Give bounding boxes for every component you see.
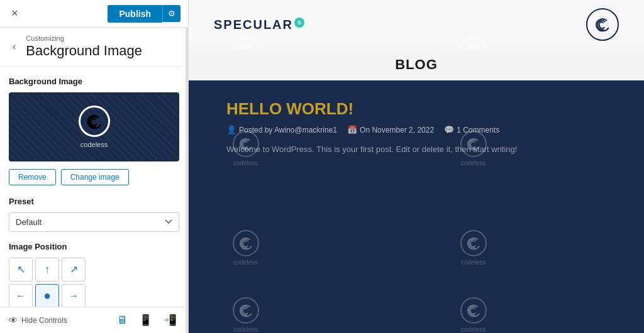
image-position-label: Image Position — [9, 242, 179, 251]
breadcrumb: ‹ Customizing Background Image — [0, 28, 188, 67]
position-top-center[interactable]: ↑ — [35, 258, 59, 281]
blog-title: BLOG — [395, 57, 438, 73]
comment-icon: 💬 — [444, 125, 454, 134]
hide-controls[interactable]: 👁 Hide Controls — [9, 315, 67, 325]
position-mid-center[interactable]: ● — [35, 284, 59, 307]
top-bar: × Publish ⚙ — [0, 0, 188, 28]
post-date: On November 2, 2022 — [360, 126, 434, 134]
remove-button[interactable]: Remove — [9, 169, 56, 185]
publish-button[interactable]: Publish — [108, 5, 162, 23]
back-button[interactable]: ‹ — [9, 40, 19, 53]
position-mid-right[interactable]: → — [62, 284, 86, 307]
image-preview: codeless — [9, 92, 179, 161]
post-area: HELLO WORLD! 👤 Posted by Awino@mackrine1… — [189, 80, 644, 333]
preset-select[interactable]: Default Cover Contain Repeat No Repeat — [9, 212, 179, 232]
site-badge: S — [294, 18, 304, 28]
hide-controls-label: Hide Controls — [21, 316, 67, 325]
preset-label: Preset — [9, 197, 179, 206]
change-image-button[interactable]: Change image — [61, 169, 129, 185]
section-title: Background Image — [26, 43, 142, 59]
post-author-meta: 👤 Posted by Awino@mackrine1 — [226, 125, 337, 134]
post-comments-meta: 💬 1 Comments — [444, 125, 499, 134]
position-top-left[interactable]: ↖ — [9, 258, 33, 281]
bottom-bar: 👁 Hide Controls 🖥 📱 📲 — [0, 307, 188, 333]
publish-area: Publish ⚙ — [108, 5, 180, 23]
position-top-right[interactable]: ↗ — [62, 258, 86, 281]
image-preview-label: codeless — [80, 141, 108, 148]
post-excerpt: Welcome to WordPress. This is your first… — [226, 143, 553, 156]
post-date-meta: 📅 On November 2, 2022 — [347, 125, 434, 134]
position-mid-left[interactable]: ← — [9, 284, 33, 307]
close-button[interactable]: × — [8, 4, 22, 23]
position-grid: ↖ ↑ ↗ ← ● → — [9, 258, 179, 307]
image-position-section: Image Position ↖ ↑ ↗ ← ● → — [9, 242, 179, 307]
tablet-button[interactable]: 📱 — [136, 312, 155, 328]
customizer-panel: × Publish ⚙ ‹ Customizing Background Ima… — [0, 0, 189, 333]
post-meta: 👤 Posted by Awino@mackrine1 📅 On Novembe… — [226, 125, 606, 134]
blog-bar: BLOG — [189, 49, 644, 80]
desktop-button[interactable]: 🖥 — [114, 312, 130, 328]
preset-section: Preset Default Cover Contain Repeat No R… — [9, 197, 179, 232]
bg-image-label: Background Image — [9, 77, 179, 86]
panel-content: Background Image codeless Remove Change … — [0, 67, 188, 307]
site-name-area: SPECULARS — [214, 18, 304, 32]
action-buttons: Remove Change image — [9, 169, 179, 185]
preview-area: codeless codeless — [189, 0, 644, 333]
post-title: HELLO WORLD! — [226, 99, 606, 119]
preview-logo — [79, 106, 110, 137]
preview-inner: codeless codeless — [189, 0, 644, 333]
site-name: SPECULAR — [214, 18, 293, 31]
calendar-icon: 📅 — [347, 125, 357, 134]
gear-button[interactable]: ⚙ — [162, 5, 180, 22]
customizing-label: Customizing — [26, 34, 142, 43]
header-logo — [586, 8, 619, 41]
eye-icon: 👁 — [9, 315, 18, 325]
post-comments: 1 Comments — [457, 126, 499, 134]
device-buttons: 🖥 📱 📲 — [114, 312, 179, 328]
mobile-button[interactable]: 📲 — [161, 312, 179, 328]
post-author: Posted by Awino@mackrine1 — [239, 126, 337, 134]
preview-header: SPECULARS — [189, 0, 644, 49]
user-icon: 👤 — [226, 125, 236, 134]
